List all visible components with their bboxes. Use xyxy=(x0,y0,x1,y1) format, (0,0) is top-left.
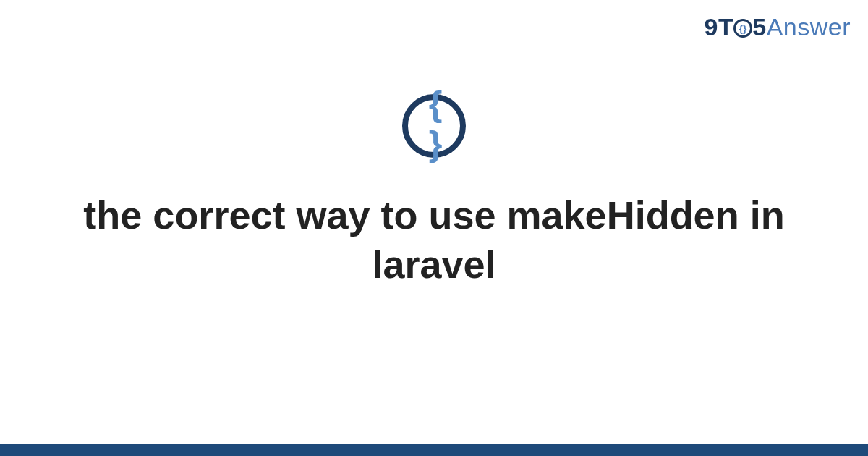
code-braces-icon: { } xyxy=(402,94,466,158)
brand-suffix-word: Answer xyxy=(767,13,851,41)
brand-o-icon: {} xyxy=(733,19,752,38)
braces-glyph: { } xyxy=(421,84,447,164)
main-content: { } the correct way to use makeHidden in… xyxy=(0,94,868,289)
brand-suffix-num: 5 xyxy=(752,13,766,41)
page-title: the correct way to use makeHidden in lar… xyxy=(0,191,868,289)
brand-o-inner: {} xyxy=(739,23,747,34)
footer-accent-bar xyxy=(0,444,868,456)
site-brand: 9T{}5Answer xyxy=(705,13,851,41)
brand-prefix: 9T xyxy=(705,13,734,41)
